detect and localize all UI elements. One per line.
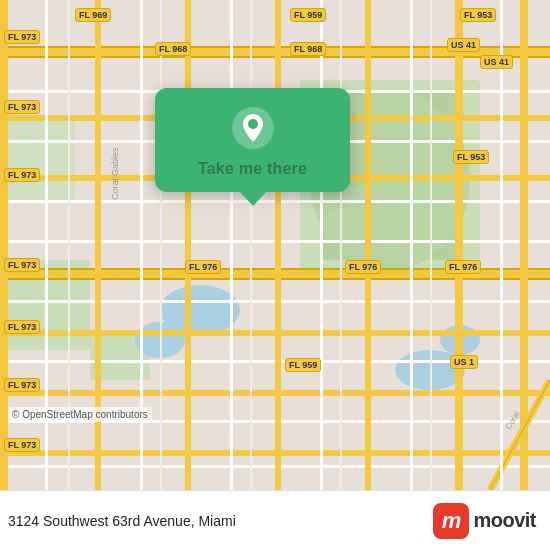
svg-rect-30 (0, 0, 8, 490)
svg-rect-34 (365, 0, 371, 490)
route-badge: FL 953 (453, 150, 489, 164)
route-badge: FL 953 (460, 8, 496, 22)
route-badge: FL 973 (4, 320, 40, 334)
route-badge: FL 973 (4, 258, 40, 272)
route-badge: FL 973 (4, 100, 40, 114)
location-pin-icon (231, 106, 275, 150)
route-badge: FL 973 (4, 168, 40, 182)
svg-rect-33 (275, 0, 281, 490)
moovit-logo: m moovit (433, 503, 536, 539)
route-badge: FL 973 (4, 438, 40, 452)
route-badge: FL 959 (285, 358, 321, 372)
route-badge: FL 969 (75, 8, 111, 22)
svg-point-53 (248, 119, 258, 129)
location-card: Take me there (155, 88, 350, 192)
route-badge: US 41 (480, 55, 513, 69)
route-badge: FL 976 (345, 260, 381, 274)
moovit-brand-text: moovit (473, 509, 536, 532)
svg-rect-46 (160, 0, 162, 490)
route-badge: FL 973 (4, 30, 40, 44)
route-badge: FL 973 (4, 378, 40, 392)
route-badge: US 41 (447, 38, 480, 52)
svg-rect-49 (430, 0, 432, 490)
route-badge: FL 976 (445, 260, 481, 274)
svg-rect-32 (185, 0, 191, 490)
address-label: 3124 Southwest 63rd Avenue, Miami (8, 513, 236, 529)
svg-rect-48 (340, 0, 342, 490)
map-copyright: © OpenStreetMap contributors (8, 407, 152, 422)
svg-rect-44 (500, 0, 503, 490)
svg-rect-43 (410, 0, 413, 490)
take-me-there-button[interactable]: Take me there (198, 160, 307, 178)
route-badge: FL 968 (155, 42, 191, 56)
svg-text:Coral Gables: Coral Gables (110, 147, 120, 200)
svg-rect-47 (250, 0, 252, 490)
svg-rect-42 (320, 0, 323, 490)
moovit-m-icon: m (433, 503, 469, 539)
route-badge: FL 959 (290, 8, 326, 22)
route-badge: US 1 (450, 355, 478, 369)
svg-rect-35 (455, 0, 463, 490)
svg-rect-5 (0, 120, 75, 200)
route-badge: FL 976 (185, 260, 221, 274)
map-view[interactable]: Coral Gables Coral FL 969 FL 959 FL 953 … (0, 0, 550, 490)
svg-rect-41 (230, 0, 233, 490)
route-badge: FL 968 (290, 42, 326, 56)
footer-bar: 3124 Southwest 63rd Avenue, Miami m moov… (0, 490, 550, 550)
